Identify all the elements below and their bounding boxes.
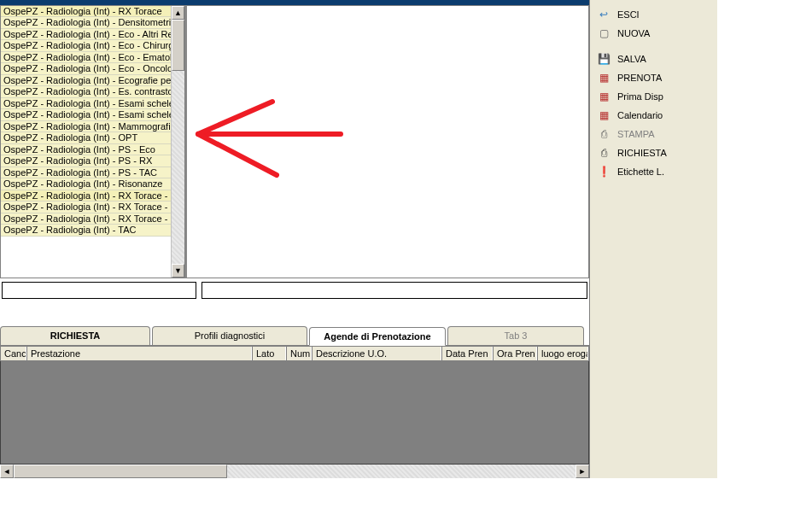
scroll-thumb[interactable] [172, 20, 184, 71]
svg-line-1 [198, 102, 272, 134]
etichette-icon: ❗ [597, 165, 610, 178]
grid-hscroll[interactable]: ◄ ► [0, 465, 589, 478]
main-content: OspePZ - Radiologia (Int) - RX ToraceOsp… [0, 5, 589, 278]
prima-disp-button[interactable]: ▦Prima Disp [593, 87, 714, 106]
hscroll-track[interactable] [14, 465, 575, 478]
grid-header: CancPrestazioneLatoNumDescrizione U.O.Da… [0, 346, 589, 361]
hscroll-right-button[interactable]: ► [575, 465, 589, 478]
grid-body [0, 361, 589, 465]
agenda-list-item[interactable]: OspePZ - Radiologia (Int) - PS - Eco [1, 144, 171, 156]
agenda-list-item[interactable]: OspePZ - Radiologia (Int) - TAC [1, 225, 171, 237]
agenda-list-item[interactable]: OspePZ - Radiologia (Int) - Densitometri… [1, 17, 171, 29]
calendario-button[interactable]: ▦Calendario [593, 106, 714, 125]
top-row: OspePZ - Radiologia (Int) - RX ToraceOsp… [0, 0, 812, 478]
button-label: ESCI [617, 9, 710, 20]
search-input-1[interactable] [2, 282, 196, 299]
button-label: NUOVA [617, 28, 710, 38]
agenda-list-item[interactable]: OspePZ - Radiologia (Int) - Eco - Ematol… [1, 52, 171, 64]
agenda-list-item[interactable]: OspePZ - Radiologia (Int) - Eco - Oncolo… [1, 63, 171, 75]
etichette-button[interactable]: ❗Etichette L. [593, 162, 714, 181]
tab-tab3[interactable]: Tab 3 [447, 326, 584, 345]
button-label: Etichette L. [617, 167, 710, 177]
agenda-list-item[interactable]: OspePZ - Radiologia (Int) - Esami schele… [1, 98, 171, 110]
agenda-list-item[interactable]: OspePZ - Radiologia (Int) - Mammografie [1, 121, 171, 133]
salva-icon: 💾 [597, 52, 610, 66]
app-root: OspePZ - Radiologia (Int) - RX ToraceOsp… [0, 0, 812, 526]
calendario-icon: ▦ [597, 108, 610, 122]
agenda-list-item[interactable]: OspePZ - Radiologia (Int) - PS - RX [1, 155, 171, 167]
preview-area [185, 5, 589, 278]
button-label: RICHIESTA [617, 148, 710, 158]
grid-column-header[interactable]: Descrizione U.O. [312, 347, 441, 360]
hscroll-thumb[interactable] [14, 465, 227, 478]
button-label: PRENOTA [617, 73, 710, 83]
tab-profili-diagnostici[interactable]: Profili diagnostici [152, 326, 307, 345]
left-column: OspePZ - Radiologia (Int) - RX ToraceOsp… [0, 0, 589, 478]
grid-column-header[interactable]: Num [286, 347, 312, 360]
stampa-button: ⎙STAMPA [593, 125, 714, 143]
grid-column-header[interactable]: Ora Pren [493, 347, 537, 360]
search-input-2[interactable] [202, 282, 587, 299]
agenda-list-item[interactable]: OspePZ - Radiologia (Int) - RX Torace - … [1, 190, 171, 202]
esci-button[interactable]: ↩ESCI [593, 5, 714, 24]
prenota-icon: ▦ [597, 71, 610, 85]
agenda-list-item[interactable]: OspePZ - Radiologia (Int) - PS - TAC [1, 167, 171, 179]
richiesta-button[interactable]: ⎙RICHIESTA [593, 143, 714, 162]
right-sidebar: ↩ESCI▢NUOVA💾SALVA▦PRENOTA▦Prima Disp▦Cal… [589, 0, 717, 478]
tabs-row: RICHIESTA Profili diagnostici Agende di … [0, 327, 589, 346]
blank-area [717, 0, 812, 478]
richiesta-icon: ⎙ [597, 146, 610, 160]
grid-column-header[interactable]: Canc [1, 347, 26, 360]
svg-line-2 [198, 134, 277, 175]
hscroll-left-button[interactable]: ◄ [0, 465, 14, 478]
grid-column-header[interactable]: luogo erogaz [537, 347, 588, 360]
grid-column-header[interactable]: Prestazione [26, 347, 252, 360]
scroll-up-button[interactable]: ▲ [172, 6, 184, 20]
agenda-list-item[interactable]: OspePZ - Radiologia (Int) - OPT [1, 132, 171, 144]
button-label: Prima Disp [617, 91, 710, 102]
tab-agende-prenotazione[interactable]: Agende di Prenotazione [309, 327, 446, 346]
prenota-button[interactable]: ▦PRENOTA [593, 68, 714, 87]
agenda-list-item[interactable]: OspePZ - Radiologia (Int) - Ecografie pe… [1, 75, 171, 87]
agenda-list-item[interactable]: OspePZ - Radiologia (Int) - RX Torace - … [1, 202, 171, 213]
agenda-list-item[interactable]: OspePZ - Radiologia (Int) - Es. contrast… [1, 86, 171, 98]
grid-column-header[interactable]: Data Pren [441, 347, 493, 360]
prima-disp-icon: ▦ [597, 90, 610, 103]
agenda-list-item[interactable]: OspePZ - Radiologia (Int) - RX Torace - … [1, 213, 171, 225]
nuova-icon: ▢ [597, 26, 610, 40]
agenda-list-item[interactable]: OspePZ - Radiologia (Int) - Esami schele… [1, 109, 171, 121]
button-label: STAMPA [617, 129, 710, 139]
nuova-button[interactable]: ▢NUOVA [593, 24, 714, 43]
search-row [0, 278, 589, 302]
agenda-list-item[interactable]: OspePZ - Radiologia (Int) - Risonanze [1, 178, 171, 190]
salva-button[interactable]: 💾SALVA [593, 50, 714, 68]
agenda-list-item[interactable]: OspePZ - Radiologia (Int) - RX Torace [1, 6, 171, 18]
agenda-list-item[interactable]: OspePZ - Radiologia (Int) - Eco - Altri … [1, 29, 171, 41]
esci-icon: ↩ [597, 8, 610, 21]
grid-column-header[interactable]: Lato [252, 347, 286, 360]
button-label: SALVA [617, 54, 710, 64]
scroll-down-button[interactable]: ▼ [172, 264, 184, 278]
bottom-pad [0, 478, 812, 521]
tab-richiesta[interactable]: RICHIESTA [0, 326, 150, 345]
button-label: Calendario [617, 110, 710, 120]
agenda-list: OspePZ - Radiologia (Int) - RX ToraceOsp… [0, 5, 185, 278]
stampa-icon: ⎙ [597, 127, 610, 141]
annotation-arrow [183, 91, 353, 194]
agenda-list-item[interactable]: OspePZ - Radiologia (Int) - Eco - Chirur… [1, 40, 171, 52]
